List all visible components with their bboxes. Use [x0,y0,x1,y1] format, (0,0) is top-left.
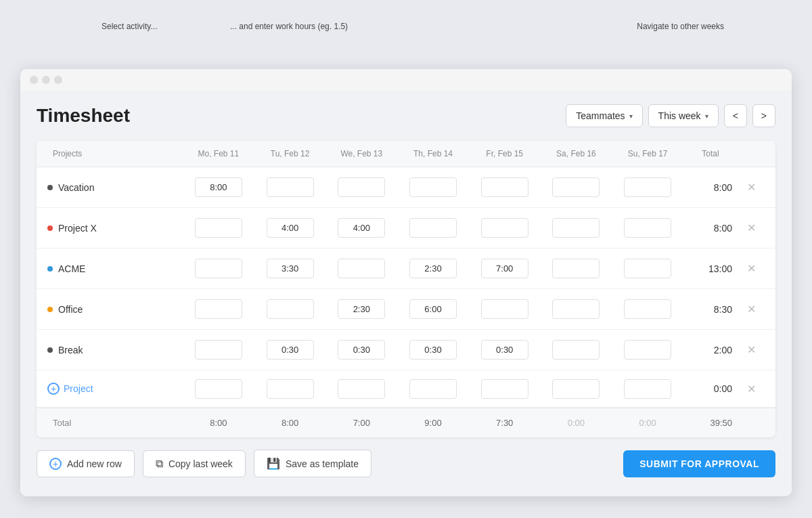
remove-break-button[interactable]: ✕ [738,343,765,356]
total-spacer [738,408,765,437]
input-break-thu[interactable] [409,340,457,360]
input-break-fri[interactable] [481,340,528,360]
input-vacation-mon[interactable] [195,177,242,197]
input-vacation-sun[interactable] [624,177,671,197]
input-projectx-thu[interactable] [409,218,457,238]
remove-vacation-button[interactable]: ✕ [738,181,765,194]
col-total: Total [683,141,738,167]
cell-office-thu [397,299,469,319]
input-new-mon[interactable] [195,379,242,399]
input-vacation-sat[interactable] [552,177,600,197]
remove-acme-button[interactable]: ✕ [738,262,765,275]
prev-week-button[interactable]: < [724,104,747,127]
input-break-wed[interactable] [338,340,385,360]
project-name-office: Office [58,304,83,315]
input-acme-sun[interactable] [624,259,671,278]
input-office-mon[interactable] [195,299,242,319]
save-as-template-label: Save as template [286,458,359,469]
cell-new-wed [325,379,397,399]
project-name-projectx: Project X [58,223,97,234]
project-name-acme: ACME [58,263,85,274]
input-office-sun[interactable] [624,299,671,319]
add-new-row-button[interactable]: + Add new row [37,450,135,477]
input-acme-mon[interactable] [195,259,242,278]
input-acme-sat[interactable] [552,259,600,278]
input-projectx-sat[interactable] [552,218,600,238]
project-cell-break: Break [47,345,183,355]
table-row: Project X 8:00 ✕ [37,208,775,249]
cell-break-thu [397,340,469,360]
cell-break-fri [469,340,541,360]
input-break-tue[interactable] [267,340,314,360]
project-dot-acme [47,266,53,272]
input-acme-fri[interactable] [481,259,528,278]
input-new-tue[interactable] [267,379,314,399]
input-acme-tue[interactable] [267,259,314,278]
input-vacation-tue[interactable] [267,177,314,197]
page-title: Timesheet [37,105,130,127]
project-dot-projectx [47,225,53,231]
input-vacation-thu[interactable] [409,177,457,197]
input-vacation-fri[interactable] [481,177,528,197]
input-office-wed[interactable] [338,299,385,319]
input-vacation-wed[interactable] [338,177,385,197]
add-project-button[interactable]: + Project [47,383,93,395]
input-projectx-tue[interactable] [267,218,314,238]
annotation-select-activity: Select activity... [102,22,157,31]
cell-new-sun [612,379,683,399]
input-projectx-fri[interactable] [481,218,528,238]
next-week-button[interactable]: > [752,104,775,127]
cell-new-sat [541,379,612,399]
header: Timesheet Teammates ▾ This week ▾ < > [37,104,775,127]
table-row: Vacation 8:00 ✕ [37,167,775,208]
app-window: Timesheet Teammates ▾ This week ▾ < > [20,69,792,496]
add-project-row: + Project 0:00 ✕ [37,370,775,408]
total-new: 0:00 [683,383,738,394]
col-sat: Sa, Feb 16 [541,141,612,167]
input-break-sat[interactable] [552,340,600,360]
project-dot-break [47,347,53,353]
footer-left: + Add new row ⧉ Copy last week 💾 Save as… [37,450,371,477]
table-row: ACME 13:00 ✕ [37,249,775,289]
save-icon: 💾 [267,457,280,470]
input-new-sun[interactable] [624,379,671,399]
this-week-dropdown[interactable]: This week ▾ [648,104,719,127]
cell-office-mon [183,299,254,319]
input-projectx-mon[interactable] [195,218,242,238]
this-week-label: This week [658,110,701,121]
cell-projectx-sat [541,218,612,238]
col-tue: Tu, Feb 12 [254,141,326,167]
cell-office-wed [325,299,397,319]
input-new-thu[interactable] [409,379,457,399]
remove-office-button[interactable]: ✕ [738,303,765,316]
input-office-fri[interactable] [481,299,528,319]
add-project-label: Project [64,383,93,394]
input-acme-thu[interactable] [409,259,457,278]
copy-last-week-button[interactable]: ⧉ Copy last week [143,450,246,477]
input-office-thu[interactable] [409,299,457,319]
remove-new-button[interactable]: ✕ [738,383,765,395]
remove-projectx-button[interactable]: ✕ [738,221,765,234]
cell-acme-thu [397,259,469,278]
cell-break-mon [183,340,254,360]
cell-acme-sun [612,259,683,278]
save-as-template-button[interactable]: 💾 Save as template [254,450,371,477]
input-projectx-sun[interactable] [624,218,671,238]
col-sun: Su, Feb 17 [612,141,683,167]
input-break-mon[interactable] [195,340,242,360]
cell-vacation-mon [183,177,254,197]
teammates-dropdown[interactable]: Teammates ▾ [566,104,642,127]
input-new-fri[interactable] [481,379,528,399]
input-new-wed[interactable] [338,379,385,399]
input-new-sat[interactable] [552,379,600,399]
input-acme-wed[interactable] [338,259,385,278]
input-office-tue[interactable] [267,299,314,319]
submit-for-approval-button[interactable]: SUBMIT FOR APPROVAL [623,450,775,477]
title-bar [20,69,792,91]
input-break-sun[interactable] [624,340,671,360]
input-projectx-wed[interactable] [338,218,385,238]
footer-actions: + Add new row ⧉ Copy last week 💾 Save as… [37,437,775,483]
input-office-sat[interactable] [552,299,600,319]
project-cell-office: Office [47,304,183,315]
traffic-light-2 [42,76,50,84]
